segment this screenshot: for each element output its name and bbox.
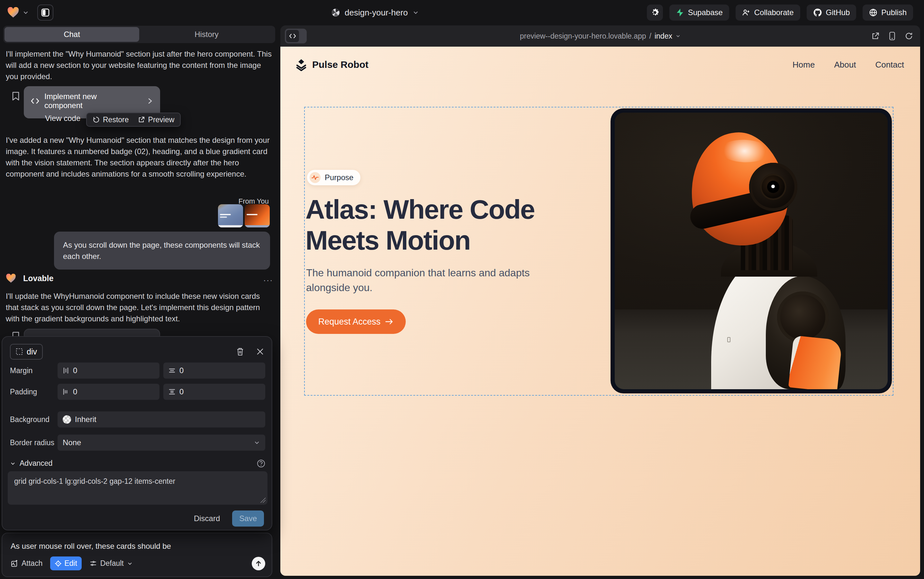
hero-robot-image	[611, 108, 892, 393]
tab-history[interactable]: History	[139, 27, 274, 42]
margin-vertical-icon	[168, 367, 176, 374]
restore-icon	[93, 116, 100, 123]
publish-button[interactable]: Publish	[863, 5, 913, 21]
chevron-down-icon	[254, 439, 260, 446]
globe-icon	[869, 8, 877, 17]
discard-button[interactable]: Discard	[194, 514, 220, 523]
github-icon	[813, 8, 822, 17]
site-nav: Home About Contact	[792, 60, 904, 70]
hero-heading: Atlas: Where Code Meets Motion	[305, 194, 535, 256]
attachment-thumbnail-orange[interactable]	[245, 204, 270, 227]
chat-composer[interactable]: As user mouse roll over, these cards sho…	[2, 533, 272, 577]
resize-handle[interactable]	[260, 497, 266, 503]
chevron-down-icon	[127, 561, 133, 566]
lovable-app-window: design-your-hero Supabase Collaborate Gi…	[0, 0, 924, 579]
composer-input[interactable]: As user mouse roll over, these cards sho…	[11, 542, 263, 551]
preview-button[interactable]: Preview	[138, 116, 175, 124]
layers-icon	[295, 58, 308, 71]
padding-horizontal-icon	[63, 388, 69, 395]
margin-x-input[interactable]: 0	[57, 363, 160, 379]
settings-button[interactable]	[647, 5, 663, 21]
collaborate-button[interactable]: Collaborate	[736, 5, 800, 21]
element-tag: div	[27, 347, 37, 357]
lovable-logo-icon[interactable]	[7, 7, 19, 18]
component-card-title: Implement new component	[44, 92, 137, 110]
preview-panel: preview--design-your-hero.lovable.app / …	[280, 25, 920, 576]
padding-x-input[interactable]: 0	[57, 384, 160, 400]
arrow-right-icon	[385, 318, 393, 325]
model-mode-select[interactable]: Default	[90, 559, 133, 568]
assistant-message: I'll implement the "Why Humanoid" sectio…	[6, 48, 273, 82]
dashed-box-icon	[16, 348, 23, 355]
advanced-label: Advanced	[20, 459, 52, 468]
advanced-classes-textarea[interactable]: grid grid-cols-1 lg:grid-cols-2 gap-12 i…	[8, 471, 268, 505]
help-icon[interactable]	[257, 460, 265, 468]
refresh-icon[interactable]	[905, 32, 913, 40]
margin-horizontal-icon	[63, 367, 69, 374]
assistant-header: Lovable ...	[6, 273, 273, 283]
project-chevron-down-icon	[413, 9, 419, 16]
restore-preview-popover: Restore Preview	[86, 113, 181, 127]
attachment-thumbnail-blue[interactable]	[218, 204, 243, 227]
tab-chat[interactable]: Chat	[5, 27, 139, 42]
mobile-view-icon[interactable]	[889, 31, 896, 41]
logo-chevron-down-icon[interactable]	[23, 9, 29, 16]
nav-home[interactable]: Home	[792, 60, 815, 70]
margin-y-input[interactable]: 0	[163, 363, 265, 379]
border-radius-label: Border radius	[10, 438, 57, 447]
advanced-collapse-chevron-icon[interactable]	[10, 461, 16, 466]
sliders-icon	[90, 560, 97, 568]
nav-contact[interactable]: Contact	[875, 60, 904, 70]
supabase-icon	[676, 8, 684, 17]
background-input[interactable]: Inherit	[57, 411, 265, 427]
chat-panel: Chat History I'll implement the "Why Hum…	[0, 25, 279, 579]
nav-about[interactable]: About	[834, 60, 856, 70]
preview-host: preview--design-your-hero.lovable.app	[520, 32, 646, 41]
selected-element-chip[interactable]: div	[10, 344, 43, 360]
chevron-right-icon	[147, 98, 153, 105]
sidebar-toggle-button[interactable]	[37, 5, 53, 21]
preview-page: index	[655, 32, 672, 41]
bookmark-icon[interactable]	[11, 92, 20, 101]
assistant-message: I've added a new "Why Humanoid" section …	[6, 134, 273, 180]
padding-vertical-icon	[168, 389, 176, 395]
padding-label: Padding	[10, 388, 57, 396]
delete-element-button[interactable]	[236, 347, 244, 356]
save-button[interactable]: Save	[232, 510, 264, 527]
app-topbar: design-your-hero Supabase Collaborate Gi…	[0, 0, 924, 25]
padding-y-input[interactable]: 0	[163, 384, 265, 400]
hero-subtitle: The humanoid companion that learns and a…	[306, 265, 530, 295]
supabase-button[interactable]: Supabase	[669, 5, 729, 21]
project-switcher[interactable]: design-your-hero	[331, 0, 419, 25]
site-brand[interactable]: Pulse Robot	[295, 58, 369, 71]
chat-history-tabs: Chat History	[3, 26, 275, 43]
purpose-badge: Purpose	[307, 170, 361, 185]
preview-url[interactable]: preview--design-your-hero.lovable.app / …	[280, 25, 920, 47]
preview-toolbar: preview--design-your-hero.lovable.app / …	[280, 25, 920, 47]
edit-mode-button[interactable]: Edit	[50, 556, 82, 570]
badge-label: Purpose	[325, 173, 353, 182]
background-label: Background	[10, 415, 57, 424]
github-button[interactable]: GitHub	[806, 5, 857, 21]
restore-button[interactable]: Restore	[93, 116, 129, 124]
margin-label: Margin	[10, 366, 57, 375]
gear-icon	[650, 8, 660, 17]
collaborate-icon	[742, 8, 750, 17]
attach-image-icon	[11, 560, 18, 568]
attach-button[interactable]: Attach	[11, 559, 42, 568]
element-inspector-panel: div Margin 0 0	[2, 336, 272, 530]
arrow-up-icon	[255, 560, 262, 567]
border-radius-select[interactable]: None	[57, 435, 265, 451]
close-inspector-button[interactable]	[256, 348, 264, 355]
user-message-bubble: As you scroll down the page, these compo…	[54, 232, 270, 270]
request-access-button[interactable]: Request Access	[306, 309, 406, 334]
lovable-heart-icon	[6, 274, 16, 283]
assistant-name: Lovable	[23, 274, 53, 283]
open-in-new-tab-icon[interactable]	[871, 32, 880, 40]
code-icon	[31, 98, 39, 105]
preview-website: Pulse Robot Home About Contact Purpose A…	[280, 47, 920, 576]
send-button[interactable]	[252, 557, 265, 570]
external-link-icon	[138, 116, 145, 123]
message-more-button[interactable]: ...	[263, 273, 273, 283]
pulse-icon	[312, 175, 318, 180]
